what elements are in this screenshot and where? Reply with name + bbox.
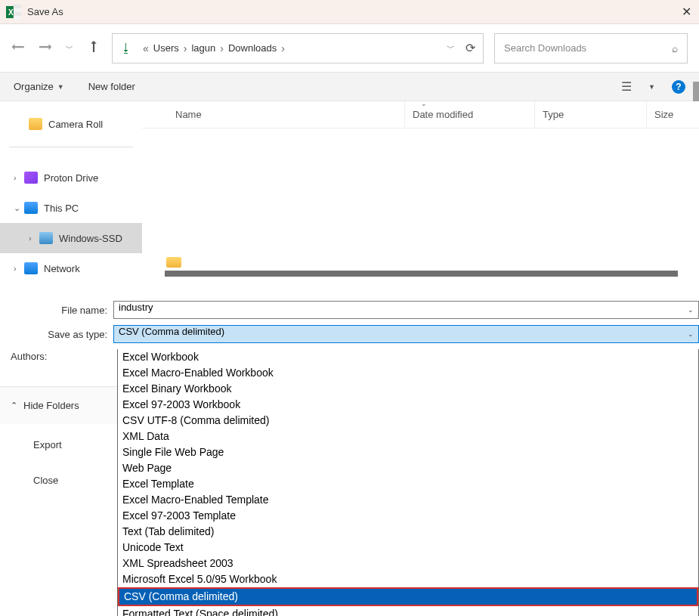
toolbar: Organize▼ New folder ☰ ▼ ? bbox=[0, 73, 699, 101]
file-name-input[interactable]: industry ⌄ bbox=[113, 301, 699, 319]
column-headers: ⌄ Name Date modified Type Size bbox=[142, 101, 699, 128]
path-chevron-icon: › bbox=[220, 42, 224, 54]
search-input[interactable]: Search Downloads ⌕ bbox=[494, 33, 688, 63]
back-icon[interactable]: 🠔 bbox=[11, 40, 25, 56]
save-as-type-select[interactable]: CSV (Comma delimited) ⌄ bbox=[113, 325, 699, 343]
save-as-type-label: Save as type: bbox=[0, 329, 113, 340]
folder-icon bbox=[29, 118, 42, 130]
window-title: Save As bbox=[27, 6, 63, 17]
tree-divider bbox=[9, 147, 133, 147]
file-type-option[interactable]: Excel 97-2003 Template bbox=[118, 508, 698, 524]
network-icon bbox=[24, 262, 38, 274]
expand-icon[interactable]: › bbox=[29, 234, 39, 243]
expand-icon[interactable]: › bbox=[14, 264, 24, 273]
close-button[interactable]: Close bbox=[11, 475, 117, 486]
title-bar: X Save As ✕ bbox=[0, 0, 699, 24]
file-type-option[interactable]: XML Spreadsheet 2003 bbox=[118, 556, 698, 571]
svg-rect-3 bbox=[14, 8, 21, 12]
path-segment[interactable]: Downloads bbox=[228, 42, 277, 54]
collapse-icon[interactable]: ⌄ bbox=[14, 203, 24, 213]
view-options-icon[interactable]: ☰ bbox=[621, 79, 632, 94]
path-segment[interactable]: lagun bbox=[191, 42, 215, 54]
column-size[interactable]: Size bbox=[646, 101, 699, 128]
file-type-option[interactable]: XML Data bbox=[118, 429, 698, 444]
file-type-option[interactable]: Single File Web Page bbox=[118, 444, 698, 460]
path-chevron-icon: › bbox=[281, 42, 285, 54]
file-name-label: File name: bbox=[0, 305, 113, 316]
disk-icon bbox=[39, 232, 53, 244]
downloads-folder-icon: ⭳ bbox=[120, 42, 132, 55]
nav-buttons: 🠔 🠖 ﹀ 🠕 bbox=[11, 40, 101, 56]
tree-item-camera-roll[interactable]: Camera Roll bbox=[0, 109, 142, 139]
excel-icon: X bbox=[6, 5, 21, 20]
path-segment[interactable]: Users bbox=[153, 42, 179, 54]
file-type-option[interactable]: Excel Macro-Enabled Workbook bbox=[118, 365, 698, 381]
authors-label: Authors: bbox=[11, 351, 117, 362]
tree-item-proton-drive[interactable]: › Proton Drive bbox=[0, 163, 142, 193]
file-type-option[interactable]: CSV (Comma delimited) bbox=[118, 587, 698, 606]
file-type-option[interactable]: Excel Template bbox=[118, 476, 698, 492]
search-placeholder: Search Downloads bbox=[504, 42, 586, 54]
svg-rect-5 bbox=[14, 16, 21, 20]
file-type-option[interactable]: Excel Workbook bbox=[118, 349, 698, 365]
file-type-option[interactable]: Web Page bbox=[118, 460, 698, 476]
hide-folders-button[interactable]: ⌃ Hide Folders bbox=[0, 386, 117, 424]
nav-bar: 🠔 🠖 ﹀ 🠕 ⭳ « Users › lagun › Downloads › … bbox=[0, 24, 699, 73]
close-icon[interactable]: ✕ bbox=[682, 5, 691, 19]
svg-text:X: X bbox=[8, 8, 14, 17]
dropdown-icon[interactable]: ⌄ bbox=[688, 330, 694, 338]
pc-icon bbox=[24, 202, 38, 214]
export-button[interactable]: Export bbox=[11, 439, 117, 450]
sort-indicator-icon: ⌄ bbox=[421, 100, 427, 107]
view-dropdown-icon[interactable]: ▼ bbox=[648, 83, 655, 91]
file-type-dropdown: Excel WorkbookExcel Macro-Enabled Workbo… bbox=[117, 349, 699, 616]
folder-icon bbox=[166, 257, 181, 268]
tree-item-this-pc[interactable]: ⌄ This PC bbox=[0, 193, 142, 223]
expand-icon[interactable]: › bbox=[14, 173, 24, 182]
file-row[interactable] bbox=[166, 257, 181, 268]
column-name[interactable]: Name bbox=[175, 109, 404, 120]
new-folder-button[interactable]: New folder bbox=[88, 81, 135, 92]
path-chevron-icon: › bbox=[184, 42, 187, 54]
address-bar[interactable]: ⭳ « Users › lagun › Downloads › ﹀ ⟳ bbox=[112, 33, 484, 63]
svg-rect-4 bbox=[14, 12, 21, 16]
explorer-main: Camera Roll › Proton Drive ⌄ This PC › W… bbox=[0, 101, 699, 289]
column-type[interactable]: Type bbox=[534, 101, 646, 128]
folder-tree: Camera Roll › Proton Drive ⌄ This PC › W… bbox=[0, 101, 142, 289]
file-type-option[interactable]: Excel Macro-Enabled Template bbox=[118, 492, 698, 508]
help-icon[interactable]: ? bbox=[672, 80, 685, 94]
file-type-option[interactable]: Formatted Text (Space delimited) bbox=[118, 606, 698, 616]
tree-item-network[interactable]: › Network bbox=[0, 253, 142, 283]
horizontal-scrollbar[interactable] bbox=[165, 271, 678, 277]
svg-rect-2 bbox=[14, 5, 21, 8]
search-icon: ⌕ bbox=[672, 42, 678, 54]
path-dropdown-icon[interactable]: ﹀ bbox=[447, 42, 455, 54]
path-root-chevron[interactable]: « bbox=[143, 42, 149, 54]
file-type-option[interactable]: Text (Tab delimited) bbox=[118, 524, 698, 540]
chevron-up-icon: ⌃ bbox=[11, 401, 17, 410]
up-icon[interactable]: 🠕 bbox=[87, 40, 101, 56]
file-type-option[interactable]: CSV UTF-8 (Comma delimited) bbox=[118, 413, 698, 429]
file-type-option[interactable]: Excel 97-2003 Workbook bbox=[118, 397, 698, 413]
history-dropdown-icon[interactable]: ﹀ bbox=[66, 43, 73, 54]
file-type-option[interactable]: Unicode Text bbox=[118, 540, 698, 556]
organize-button[interactable]: Organize▼ bbox=[14, 81, 64, 92]
refresh-icon[interactable]: ⟳ bbox=[465, 41, 475, 55]
proton-drive-icon bbox=[24, 172, 38, 184]
dropdown-icon[interactable]: ⌄ bbox=[688, 306, 694, 314]
file-type-option[interactable]: Excel Binary Workbook bbox=[118, 381, 698, 397]
left-bottom-panel: Authors: ⌃ Hide Folders Export Close bbox=[0, 351, 117, 510]
file-type-option[interactable]: Microsoft Excel 5.0/95 Workbook bbox=[118, 571, 698, 587]
forward-icon[interactable]: 🠖 bbox=[39, 40, 52, 56]
tree-item-windows-ssd[interactable]: › Windows-SSD bbox=[0, 223, 142, 253]
file-list: ⌄ Name Date modified Type Size bbox=[142, 101, 699, 289]
